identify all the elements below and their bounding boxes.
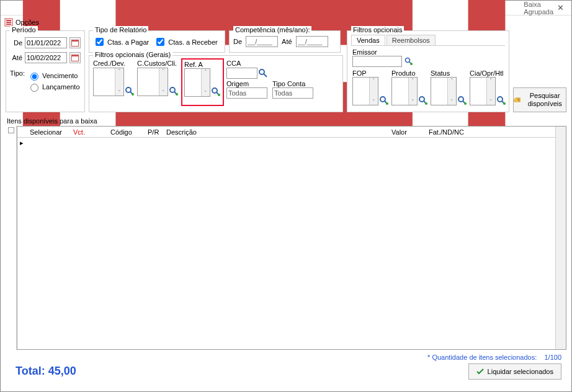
- lookup-icon[interactable]: [418, 96, 428, 105]
- lookup-icon[interactable]: [125, 86, 135, 96]
- comp-de-input[interactable]: [246, 36, 278, 47]
- comp-ate-label: Até: [282, 38, 292, 45]
- radio-lancamento[interactable]: [30, 84, 38, 92]
- col-selecionar[interactable]: Selecionar: [26, 128, 69, 136]
- check-icon: [476, 368, 484, 375]
- col-valor[interactable]: Valor: [388, 128, 425, 136]
- current-row-icon: ▸: [17, 138, 26, 147]
- tab-reembolsos[interactable]: Reembolsos: [387, 35, 436, 45]
- filtros-opcionais-group: Filtros opcionais Vendas Reembolsos Emis…: [347, 30, 509, 112]
- items-grid: Selecionar Vct. Código P/R Descrição Val…: [17, 126, 566, 350]
- app-window: Baixa Agrupada ✕ Opções Período De Até: [0, 0, 572, 392]
- origem-combo[interactable]: [226, 87, 267, 99]
- chk-ctas-pagar[interactable]: [96, 38, 104, 46]
- svg-point-23: [406, 58, 410, 63]
- title-bar: Baixa Agrupada ✕: [1, 1, 571, 16]
- svg-line-22: [264, 74, 267, 77]
- svg-rect-9: [72, 40, 79, 42]
- filtros-gerais-group: Filtros opcionais (Gerais) Cred./Dev. ˄˅…: [89, 55, 343, 112]
- col-pr[interactable]: P/R: [144, 128, 163, 136]
- grid-header: Selecionar Vct. Código P/R Descrição Val…: [17, 127, 555, 138]
- svg-point-25: [410, 63, 413, 65]
- vencimento-label: Vencimento: [42, 72, 78, 79]
- produto-label: Produto: [391, 69, 428, 77]
- lookup-icon[interactable]: [457, 96, 467, 105]
- svg-point-20: [218, 94, 220, 96]
- cia-label: Cia/Opr/Htl: [470, 69, 506, 77]
- liquidar-button[interactable]: Liquidar selecionados: [468, 363, 561, 380]
- ccustos-list[interactable]: ˄˅: [137, 68, 168, 96]
- emissor-label: Emissor: [352, 48, 504, 56]
- toggle-all-column[interactable]: [6, 126, 17, 350]
- tipo-label: Tipo:: [10, 69, 27, 92]
- svg-point-18: [212, 88, 217, 93]
- comp-de-label: De: [233, 38, 242, 45]
- lookup-icon[interactable]: [496, 96, 506, 105]
- fop-list[interactable]: ˄˅: [352, 77, 378, 105]
- svg-rect-7: [6, 24, 11, 25]
- status-list[interactable]: ˄˅: [431, 77, 457, 105]
- calendar-icon[interactable]: [69, 37, 81, 48]
- emissor-input[interactable]: [352, 56, 402, 67]
- pesquisar-label: Pesquisar disponíveis: [524, 92, 566, 108]
- itens-title: Itens disponíveis para a baixa: [6, 117, 566, 125]
- lookup-icon[interactable]: [211, 87, 221, 97]
- qtd-value: 1/100: [544, 354, 561, 361]
- lookup-icon[interactable]: [258, 68, 268, 78]
- content-area: Período De Até Tipo:: [1, 29, 571, 391]
- pesquisar-button[interactable]: Pesquisar disponíveis: [513, 87, 566, 112]
- lookup-icon[interactable]: [404, 57, 413, 66]
- ate-input[interactable]: [25, 52, 67, 63]
- ccustos-label: C.Custos/Cli.: [137, 60, 179, 67]
- tipo-relatorio-legend: Tipo de Relatório: [93, 26, 148, 33]
- col-vct[interactable]: Vct.: [69, 128, 107, 136]
- cia-list[interactable]: ˄˅: [470, 77, 496, 105]
- cred-dev-list[interactable]: ˄˅: [93, 68, 124, 96]
- svg-point-12: [126, 87, 131, 92]
- total-display: Total: 45,00: [11, 362, 81, 380]
- svg-point-37: [503, 102, 506, 105]
- menu-opcoes[interactable]: Opções: [16, 19, 39, 26]
- ref-a-label: Ref. A: [184, 61, 203, 68]
- cred-dev-label: Cred./Dev.: [93, 60, 135, 67]
- toggle-all-icon[interactable]: [8, 127, 14, 133]
- competencia-legend: Competência (mês/ano):: [233, 26, 311, 33]
- options-icon: [4, 18, 13, 27]
- col-codigo[interactable]: Código: [107, 128, 144, 136]
- svg-point-28: [386, 102, 388, 105]
- comp-ate-input[interactable]: [296, 36, 328, 47]
- tab-vendas[interactable]: Vendas: [351, 35, 385, 45]
- calendar-icon[interactable]: [69, 52, 81, 63]
- lancamento-label: Lançamento: [42, 83, 80, 91]
- filtros-gerais-legend: Filtros opcionais (Gerais): [93, 51, 172, 58]
- radio-vencimento[interactable]: [30, 73, 38, 81]
- ref-a-list[interactable]: ˄˅: [184, 68, 210, 97]
- close-icon[interactable]: ✕: [553, 3, 568, 12]
- svg-point-17: [176, 93, 178, 96]
- svg-point-34: [464, 102, 467, 105]
- qtd-label: * Quantidade de itens selecionados:: [427, 354, 537, 361]
- produto-list[interactable]: ˄˅: [391, 77, 418, 105]
- svg-point-15: [170, 87, 175, 92]
- col-fat[interactable]: Fat./ND/NC: [425, 128, 481, 136]
- liquidar-label: Liquidar selecionados: [488, 368, 553, 375]
- de-label: De: [10, 39, 22, 47]
- fop-label: FOP: [352, 69, 389, 77]
- lookup-icon[interactable]: [169, 86, 179, 96]
- svg-rect-5: [6, 20, 11, 21]
- grid-scrollbar[interactable]: [555, 127, 566, 349]
- svg-rect-6: [6, 22, 11, 23]
- grid-body[interactable]: ▸: [17, 138, 555, 349]
- origem-label: Origem: [226, 80, 267, 87]
- search-box-icon: [514, 96, 521, 104]
- tipo-conta-combo[interactable]: [272, 87, 313, 99]
- svg-point-26: [380, 97, 385, 102]
- lookup-icon[interactable]: [379, 96, 389, 105]
- cca-input[interactable]: [226, 68, 257, 79]
- svg-point-14: [132, 93, 134, 96]
- chk-ctas-receber[interactable]: [156, 38, 164, 46]
- de-input[interactable]: [25, 37, 67, 48]
- svg-rect-11: [72, 55, 79, 57]
- competencia-group: Competência (mês/ano): De Até: [229, 30, 341, 53]
- col-descricao[interactable]: Descrição: [163, 128, 388, 136]
